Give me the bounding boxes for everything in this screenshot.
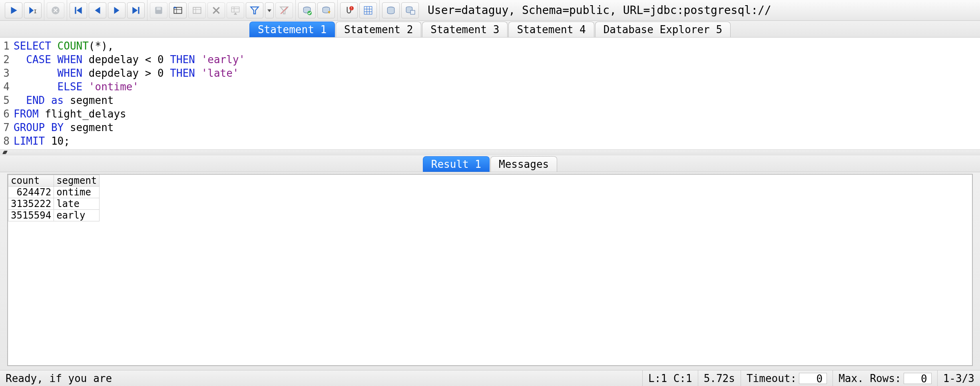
clear-filter-button (275, 2, 293, 18)
last-record-button[interactable] (127, 2, 145, 18)
svg-marker-9 (114, 7, 120, 14)
tab-statement-3[interactable]: Statement 3 (422, 22, 508, 37)
maxrows-label: Max. Rows: (839, 372, 901, 384)
connection-info: User=dataguy, Schema=public, URL=jdbc:po… (421, 4, 978, 17)
execute-current-button[interactable]: I (24, 2, 42, 18)
svg-marker-8 (95, 7, 100, 14)
tab-result-1[interactable]: Result 1 (423, 156, 490, 172)
row-range: 1-3/3 (937, 370, 980, 386)
code-line[interactable]: CASE WHEN depdelay < 0 THEN 'early' (14, 53, 245, 66)
svg-marker-7 (77, 7, 82, 14)
code-line[interactable]: LIMIT 10; (14, 134, 245, 148)
cell-segment[interactable]: ontime (54, 187, 100, 198)
column-header-count[interactable]: count (8, 175, 54, 187)
line-number: 1 (0, 39, 10, 53)
code-line[interactable]: SELECT COUNT(*), (14, 39, 245, 53)
code-line[interactable]: ELSE 'ontime' (14, 80, 245, 94)
svg-marker-28 (267, 9, 271, 12)
export-grid-2-button (188, 2, 206, 18)
svg-rect-23 (231, 7, 239, 12)
cell-segment[interactable]: early (54, 210, 100, 221)
export-grid-button[interactable] (169, 2, 187, 18)
status-message: Ready, if you are (0, 370, 642, 386)
tab-statement-2[interactable]: Statement 2 (336, 22, 421, 37)
svg-rect-44 (410, 10, 415, 14)
line-number: 3 (0, 66, 10, 80)
svg-rect-14 (174, 7, 182, 13)
prev-record-button[interactable] (89, 2, 106, 18)
maxrows-cell: Max. Rows: 0 (833, 370, 937, 386)
svg-marker-10 (132, 7, 137, 14)
grid-options-button (227, 2, 244, 18)
code-line[interactable]: WHEN depdelay > 0 THEN 'late' (14, 66, 245, 80)
splitter-handle[interactable]: ▲▼ (0, 150, 980, 155)
result-grid[interactable]: countsegment 624472ontime3135222late3515… (7, 174, 973, 366)
svg-rect-37 (364, 6, 372, 14)
filter-button[interactable] (246, 2, 263, 18)
clear-button (207, 2, 225, 18)
cell-segment[interactable]: late (54, 198, 100, 210)
line-number: 5 (0, 94, 10, 107)
tab-statement-5[interactable]: Database Explorer 5 (595, 22, 731, 37)
filter-dropdown-button[interactable] (265, 2, 274, 18)
svg-text:!: ! (351, 6, 353, 10)
execute-button[interactable] (5, 2, 22, 18)
tab-statement-1[interactable]: Statement 1 (249, 22, 335, 37)
svg-marker-0 (11, 7, 17, 14)
line-number: 7 (0, 121, 10, 134)
sql-editor[interactable]: 12345678 SELECT COUNT(*), CASE WHEN depd… (0, 38, 980, 150)
statement-tab-row: Statement 1Statement 2Statement 3Stateme… (0, 21, 980, 38)
svg-marker-1 (29, 7, 34, 14)
cell-count[interactable]: 3135222 (8, 198, 54, 210)
svg-rect-13 (157, 7, 161, 10)
svg-rect-11 (138, 7, 139, 14)
tab-result-2[interactable]: Messages (490, 156, 557, 172)
svg-text:I: I (34, 8, 37, 14)
svg-rect-6 (75, 7, 76, 14)
db-commit-button[interactable] (298, 2, 316, 18)
code-line[interactable]: FROM flight_delays (14, 107, 245, 121)
line-number: 4 (0, 80, 10, 94)
db-rollback-button[interactable] (317, 2, 335, 18)
column-header-segment[interactable]: segment (54, 175, 100, 187)
table-row[interactable]: 3515594early (8, 210, 100, 221)
first-record-button[interactable] (70, 2, 87, 18)
save-button (150, 2, 167, 18)
timeout-label: Timeout: (747, 372, 797, 384)
db-props-button[interactable] (401, 2, 419, 18)
result-tab-row: Result 1Messages (0, 155, 980, 172)
table-row[interactable]: 624472ontime (8, 187, 100, 198)
db-disconnect-button[interactable]: ! (340, 2, 358, 18)
main-toolbar: I (0, 0, 980, 21)
cell-count[interactable]: 624472 (8, 187, 54, 198)
svg-marker-27 (251, 7, 259, 14)
svg-rect-18 (193, 7, 201, 13)
stop-button (47, 2, 64, 18)
timeout-value[interactable]: 0 (799, 373, 827, 384)
line-number: 8 (0, 134, 10, 148)
maxrows-value[interactable]: 0 (904, 373, 932, 384)
code-line[interactable]: END as segment (14, 94, 245, 107)
cursor-position: L:1 C:1 (642, 370, 698, 386)
tab-statement-4[interactable]: Statement 4 (508, 22, 594, 37)
next-record-button[interactable] (108, 2, 125, 18)
elapsed-time: 5.72s (698, 370, 741, 386)
line-number: 2 (0, 53, 10, 66)
grid-view-button[interactable] (359, 2, 377, 18)
cell-count[interactable]: 3515594 (8, 210, 54, 221)
table-row[interactable]: 3135222late (8, 198, 100, 210)
code-line[interactable]: GROUP BY segment (14, 121, 245, 134)
timeout-cell: Timeout: 0 (741, 370, 833, 386)
svg-marker-26 (234, 12, 237, 14)
db-browser-button[interactable] (382, 2, 400, 18)
line-number: 6 (0, 107, 10, 121)
status-bar: Ready, if you are L:1 C:1 5.72s Timeout:… (0, 370, 980, 386)
